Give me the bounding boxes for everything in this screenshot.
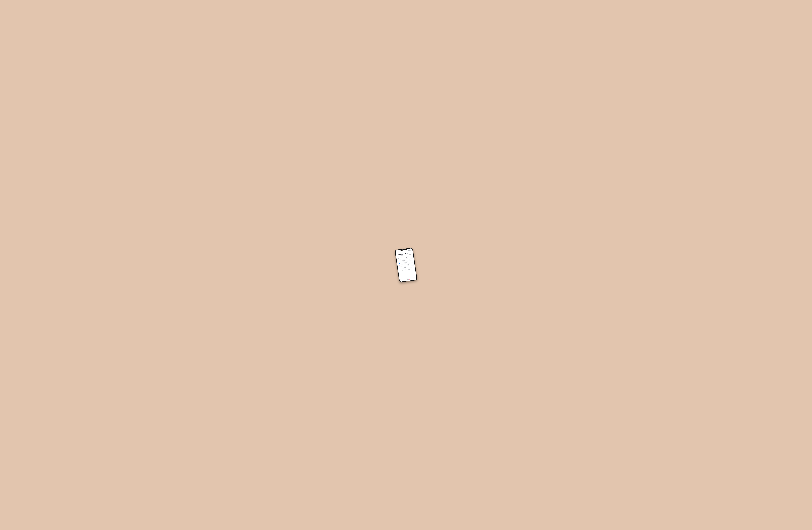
phone-frame: TikTok Comentarios y ayuda Iniciar sesió: [395, 247, 417, 283]
help-icon: [406, 250, 407, 251]
main: Iniciar sesión en TikTok Gestiona tu cue…: [396, 251, 416, 280]
screen: TikTok Comentarios y ayuda Iniciar sesió: [395, 248, 417, 282]
brand-name: TikTok: [397, 251, 400, 253]
help-link[interactable]: Comentarios y ayuda: [406, 250, 412, 251]
login-options: Usar código QR Usar teléfono/correo/nomb…: [397, 256, 414, 269]
tiktok-logo-icon: [396, 252, 397, 253]
terms-link[interactable]: Términos de uso: [410, 268, 413, 269]
signup-link[interactable]: Registrarse: [409, 278, 412, 280]
signup-question: ¿No tienes cuenta?: [404, 279, 409, 280]
svg-point-5: [399, 261, 399, 261]
brand: TikTok: [396, 251, 400, 253]
stage: TikTok Comentarios y ayuda Iniciar sesió: [304, 199, 508, 331]
help-label: Comentarios y ayuda: [407, 250, 412, 251]
